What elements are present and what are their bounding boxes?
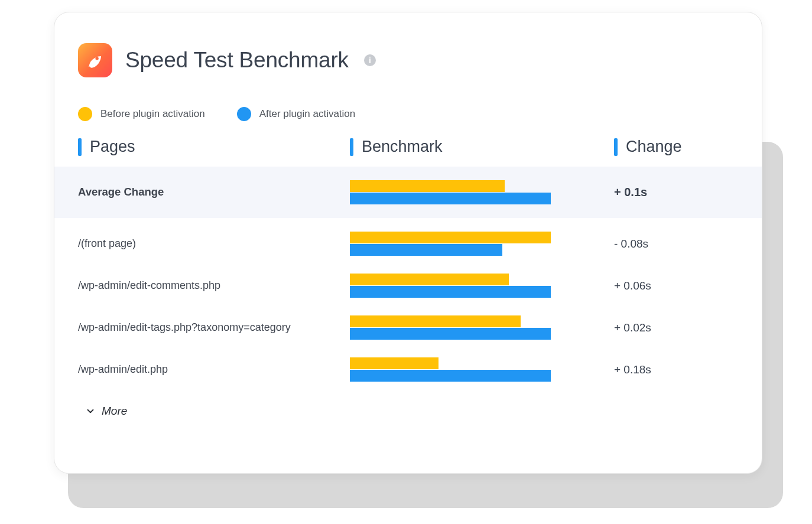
row-page-label: /wp-admin/edit-tags.php?taxonomy=categor… [78,320,350,335]
chevron-down-icon [85,406,96,416]
more-label: More [102,405,127,418]
bar-after [350,193,551,204]
bar-after [350,244,502,256]
table-row: /(front page)- 0.08s [54,223,762,265]
row-summary-label: Average Change [78,184,350,200]
column-header-pages-label: Pages [90,138,135,156]
bar-after [350,286,551,298]
column-header-pages: Pages [78,138,350,156]
info-icon[interactable]: i [364,54,376,66]
rocket-icon [78,43,112,77]
legend: Before plugin activation After plugin ac… [54,84,762,138]
row-change-value: - 0.08s [614,237,738,250]
legend-dot-before [78,107,92,121]
accent-bar-icon [350,138,353,156]
column-header-change: Change [614,138,738,156]
row-page-label: /wp-admin/edit.php [78,362,350,377]
legend-dot-after [237,107,251,121]
accent-bar-icon [614,138,618,156]
table-row: /wp-admin/edit-comments.php+ 0.06s [54,265,762,307]
column-headers: Pages Benchmark Change [54,138,762,156]
row-change-value: + 0.18s [614,363,738,376]
column-header-change-label: Change [626,138,682,156]
row-bars [350,231,551,256]
bar-before [350,180,505,192]
table-row: /wp-admin/edit-tags.php?taxonomy=categor… [54,307,762,349]
legend-label-before: Before plugin activation [100,108,205,120]
svg-point-0 [95,57,98,60]
row-bars [350,273,551,298]
bar-before [350,232,551,243]
row-page-label: /wp-admin/edit-comments.php [78,278,350,293]
row-summary-bars [350,180,551,205]
bar-before [350,357,439,369]
row-bars [350,315,551,340]
column-header-benchmark: Benchmark [350,138,614,156]
rows-block: /(front page)- 0.08s/wp-admin/edit-comme… [54,218,762,390]
accent-bar-icon [78,138,82,156]
bar-before [350,315,521,327]
legend-label-after: After plugin activation [259,108,356,120]
bar-before [350,274,509,285]
panel-header: Speed Test Benchmark i [54,12,762,84]
row-bars [350,357,551,382]
panel-title: Speed Test Benchmark [125,48,349,73]
column-header-benchmark-label: Benchmark [362,138,443,156]
row-page-label: /(front page) [78,236,350,251]
row-change-value: + 0.02s [614,321,738,334]
bar-after [350,328,551,340]
row-summary-change: + 0.1s [614,185,738,199]
table-row: /wp-admin/edit.php+ 0.18s [54,349,762,390]
bar-after [350,370,551,382]
speed-test-panel: Speed Test Benchmark i Before plugin act… [54,12,762,474]
more-button[interactable]: More [85,405,127,418]
row-change-value: + 0.06s [614,279,738,292]
row-summary: Average Change + 0.1s [54,167,762,218]
